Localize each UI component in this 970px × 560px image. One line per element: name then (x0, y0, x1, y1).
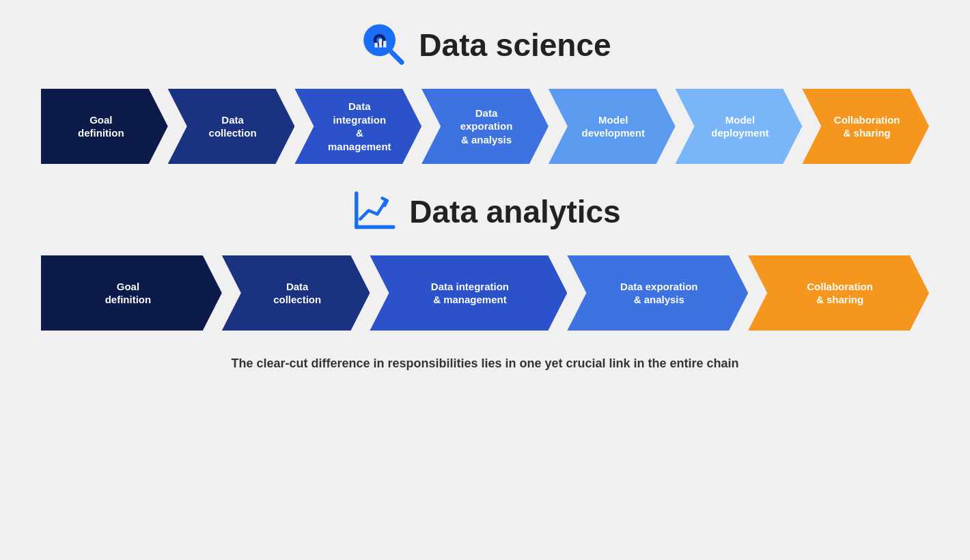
da-step-4: Data exporation& analysis (567, 255, 748, 331)
da-step-5: Collaboration& sharing (748, 255, 929, 331)
ds-step-1: Goaldefinition (41, 89, 168, 164)
ds-step-6: Modeldeployment (676, 89, 803, 164)
ds-step-2: Datacollection (168, 89, 295, 164)
data-science-section: Data science Goaldefinition Datacollecti… (41, 20, 929, 164)
data-analytics-header: Data analytics (349, 187, 620, 236)
data-analytics-section: Data analytics Goaldefinition Datacollec… (41, 187, 929, 331)
svg-rect-5 (375, 42, 378, 47)
data-analytics-title: Data analytics (409, 193, 620, 230)
svg-rect-6 (379, 39, 383, 48)
da-step-2: Datacollection (222, 255, 370, 331)
ds-step-3: Data integration& management (294, 89, 421, 164)
svg-line-4 (392, 53, 402, 62)
ds-step-5: Modeldevelopment (549, 89, 676, 164)
data-analytics-icon (349, 187, 398, 236)
data-analytics-pipeline: Goaldefinition Datacollection Data integ… (41, 255, 929, 331)
ds-step-4: Data exporation& analysis (421, 89, 549, 164)
svg-rect-7 (383, 41, 387, 48)
da-step-1: Goaldefinition (41, 255, 222, 331)
data-science-icon (359, 20, 408, 70)
footer-text: The clear-cut difference in responsibili… (231, 356, 738, 371)
data-science-pipeline: Goaldefinition Datacollection Data integ… (41, 89, 929, 164)
data-science-header: Data science (359, 20, 611, 70)
da-step-3: Data integration& management (370, 255, 567, 331)
data-science-title: Data science (419, 27, 611, 64)
ds-step-7: Collaboration& sharing (802, 89, 929, 164)
